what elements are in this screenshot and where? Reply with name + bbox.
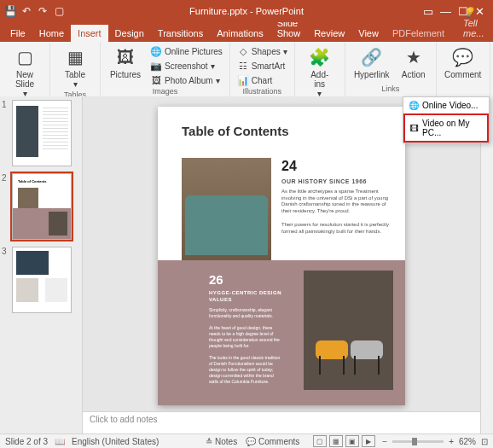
slide-thumbnail-2[interactable]: Table of Contents (12, 173, 72, 240)
group-label-images: Images (153, 87, 178, 96)
tab-insert[interactable]: Insert (71, 25, 108, 42)
redo-icon[interactable]: ↷ (36, 4, 49, 18)
online-pictures-icon: 🌐 (150, 45, 162, 57)
zoom-slider[interactable] (392, 440, 444, 443)
group-label-links: Links (381, 84, 399, 94)
group-label-illustrations: Illustrations (243, 87, 282, 96)
tab-pdfelement[interactable]: PDFelement (386, 25, 451, 42)
comments-toggle[interactable]: 💬 Comments (246, 437, 299, 446)
screenshot-button[interactable]: 📷Screenshot ▾ (148, 59, 224, 73)
tell-me-search[interactable]: 💡 Tell me... (456, 3, 490, 42)
pictures-button[interactable]: 🖼Pictures (106, 44, 145, 81)
tab-home[interactable]: Home (32, 25, 71, 42)
thumb-number: 2 (2, 173, 7, 183)
tab-view[interactable]: View (351, 25, 386, 42)
comment-button[interactable]: 💬Comment (442, 44, 484, 81)
new-slide-icon: ▢ (14, 46, 36, 68)
zoom-level[interactable]: 62% (459, 437, 476, 446)
slide-thumbnails-panel: 1 2 Table of Contents 3 (0, 96, 83, 434)
reading-view-button[interactable]: ▣ (345, 435, 359, 447)
tab-animations[interactable]: Animations (210, 25, 270, 42)
zoom-out-button[interactable]: − (382, 437, 387, 446)
thumb-number: 1 (2, 100, 7, 109)
sorter-view-button[interactable]: ▦ (329, 435, 343, 447)
normal-view-button[interactable]: ▢ (313, 435, 327, 447)
hyperlink-icon: 🔗 (361, 46, 383, 68)
video-file-icon: 🎞 (410, 124, 419, 133)
sofa-image (182, 158, 271, 260)
start-icon[interactable]: ▢ (52, 4, 66, 18)
slideshow-view-button[interactable]: ▶ (362, 435, 375, 447)
table-icon: ▦ (64, 46, 86, 68)
pictures-icon: 🖼 (114, 46, 136, 68)
slide-canvas[interactable]: Table of Contents 24 OUR HISTORY SINCE 1… (158, 107, 405, 405)
photo-album-icon: 🖼 (150, 74, 162, 86)
slide-indicator: Slide 2 of 3 (5, 437, 48, 446)
video-dropdown: 🌐Online Video... 🎞Video on My PC... (403, 96, 490, 143)
slide-thumbnail-1[interactable] (12, 100, 72, 166)
vertical-scrollbar[interactable] (480, 96, 493, 434)
chart-button[interactable]: 📊Chart (235, 73, 289, 87)
shapes-icon: ◇ (237, 45, 249, 57)
hygge-block: 26 HYGGE-CENTRIC DESIGN VALUES Simplicit… (209, 271, 281, 385)
online-pictures-button[interactable]: 🌐Online Pictures (148, 44, 224, 58)
undo-icon[interactable]: ↶ (20, 4, 33, 18)
zoom-in-button[interactable]: + (449, 437, 454, 446)
addins-button[interactable]: 🧩Add- ins▾ (300, 44, 339, 100)
addins-icon: 🧩 (309, 46, 331, 68)
tab-transitions[interactable]: Transitions (151, 25, 210, 42)
online-video-item[interactable]: 🌐Online Video... (403, 97, 489, 113)
video-on-pc-item[interactable]: 🎞Video on My PC... (403, 113, 489, 143)
slide-thumbnail-3[interactable] (12, 247, 72, 313)
chairs-image (304, 271, 393, 390)
action-button[interactable]: ★Action (397, 44, 431, 81)
tab-review[interactable]: Review (307, 25, 351, 42)
screenshot-icon: 📷 (150, 60, 162, 72)
minimize-icon[interactable]: — (440, 5, 451, 18)
comment-icon: 💬 (452, 46, 474, 68)
save-icon[interactable]: 💾 (3, 4, 17, 18)
online-video-icon: 🌐 (409, 101, 419, 110)
tab-design[interactable]: Design (108, 25, 151, 42)
ribbon-options-icon[interactable]: ▭ (423, 5, 433, 18)
notes-pane[interactable]: Click to add notes (83, 411, 480, 434)
chart-icon: 📊 (237, 74, 249, 86)
history-block: 24 OUR HISTORY SINCE 1966 As the little … (281, 158, 392, 235)
toc-heading: Table of Contents (182, 124, 289, 138)
smartart-icon: ☷ (237, 60, 249, 72)
window-title: Furniture.pptx - PowerPoint (189, 6, 304, 16)
notes-toggle[interactable]: ≛ Notes (206, 437, 237, 446)
language-indicator[interactable]: English (United States) (72, 437, 159, 446)
action-icon: ★ (403, 46, 425, 68)
shapes-button[interactable]: ◇Shapes ▾ (235, 44, 289, 58)
spellcheck-icon[interactable]: 📖 (55, 437, 65, 446)
tab-file[interactable]: File (3, 25, 32, 42)
thumb-number: 3 (2, 247, 7, 256)
smartart-button[interactable]: ☷SmartArt (235, 59, 289, 73)
photo-album-button[interactable]: 🖼Photo Album ▾ (148, 73, 224, 87)
fit-to-window-button[interactable]: ⊡ (481, 437, 488, 446)
table-button[interactable]: ▦Table▾ (55, 44, 95, 90)
new-slide-button[interactable]: ▢New Slide▾ (5, 44, 44, 100)
hyperlink-button[interactable]: 🔗Hyperlink (351, 44, 393, 81)
